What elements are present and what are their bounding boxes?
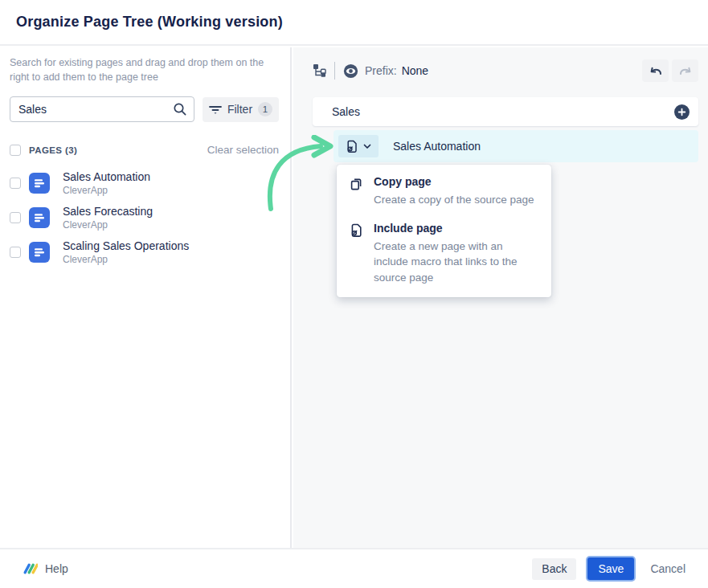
save-button[interactable]: Save — [587, 557, 634, 580]
tree-toolbar: Prefix: None — [313, 58, 698, 84]
include-page-icon — [346, 140, 358, 153]
pages-list-header: PAGES (3) Clear selection — [10, 144, 279, 156]
clear-selection-link[interactable]: Clear selection — [207, 144, 279, 156]
prefix-value[interactable]: None — [402, 64, 428, 77]
menu-item-title: Copy page — [374, 175, 534, 188]
copy-page-icon — [350, 175, 364, 208]
page-mode-dropdown-menu: Copy page Create a copy of the source pa… — [337, 165, 551, 297]
page-meta: Scaling Sales Operations CleverApp — [63, 239, 189, 265]
tree-root-row[interactable]: Sales — [313, 97, 698, 126]
menu-item-include-page[interactable]: Include page Create a new page with an i… — [350, 222, 538, 286]
page-meta: Sales Automation CleverApp — [63, 170, 150, 196]
menu-item-texts: Include page Create a new page with an i… — [374, 222, 538, 286]
undo-redo-group — [642, 59, 698, 82]
footer-actions: Back Save Cancel — [532, 557, 690, 580]
toolbar-divider — [334, 62, 335, 80]
list-item[interactable]: Sales Automation CleverApp — [10, 170, 279, 196]
tree-root-title: Sales — [332, 105, 360, 118]
redo-icon — [678, 65, 693, 76]
help-label: Help — [45, 562, 68, 575]
select-all-checkbox[interactable] — [10, 145, 21, 156]
list-item[interactable]: Scaling Sales Operations CleverApp — [10, 239, 279, 265]
dialog-footer: Help Back Save Cancel — [0, 548, 708, 588]
page-title-text: Sales Forecasting — [63, 205, 153, 218]
search-icon — [173, 102, 187, 116]
search-hint-text: Search for existing pages and drag and d… — [10, 55, 280, 84]
tree-child-title: Sales Automation — [393, 140, 481, 153]
page-checkbox[interactable] — [10, 178, 21, 189]
dialog-header: Organize Page Tree (Working version) — [0, 0, 708, 46]
search-input[interactable] — [18, 103, 173, 116]
prefix-label: Prefix: — [365, 64, 397, 77]
page-mode-dropdown-button[interactable] — [338, 135, 379, 157]
menu-item-title: Include page — [374, 222, 538, 235]
document-icon — [29, 173, 50, 194]
page-checkbox[interactable] — [10, 247, 21, 258]
organize-page-tree-dialog: Organize Page Tree (Working version) Sea… — [0, 0, 708, 588]
search-row: Filter 1 — [10, 96, 279, 122]
tree-panel: Prefix: None Sales — [293, 47, 708, 548]
prefix-visibility-icon[interactable] — [343, 63, 358, 79]
page-list: Sales Automation CleverApp Sales Forecas… — [10, 170, 279, 265]
pages-count-label: PAGES (3) — [29, 145, 77, 155]
page-checkbox[interactable] — [10, 212, 21, 223]
filter-icon — [209, 104, 222, 115]
filter-count-badge: 1 — [258, 102, 272, 116]
include-page-icon — [350, 222, 364, 286]
menu-item-texts: Copy page Create a copy of the source pa… — [374, 175, 534, 208]
page-app-text: CleverApp — [63, 254, 189, 265]
menu-item-copy-page[interactable]: Copy page Create a copy of the source pa… — [350, 175, 538, 208]
page-title-text: Sales Automation — [63, 170, 150, 183]
page-title-text: Scaling Sales Operations — [63, 239, 189, 252]
search-field-wrapper — [10, 96, 194, 122]
undo-icon — [649, 65, 663, 76]
menu-item-description: Create a new page with an include macro … — [374, 239, 538, 286]
page-app-text: CleverApp — [63, 185, 150, 196]
add-page-button[interactable] — [674, 104, 690, 120]
cancel-button[interactable]: Cancel — [645, 562, 690, 575]
tree-child-row[interactable]: Sales Automation — [334, 130, 698, 162]
page-title: Organize Page Tree (Working version) — [16, 14, 283, 31]
filter-label: Filter — [227, 103, 252, 116]
redo-button[interactable] — [672, 59, 698, 82]
menu-item-description: Create a copy of the source page — [374, 192, 534, 208]
page-meta: Sales Forecasting CleverApp — [63, 205, 153, 231]
list-item[interactable]: Sales Forecasting CleverApp — [10, 205, 279, 231]
app-logo-icon — [23, 561, 38, 576]
undo-button[interactable] — [642, 59, 669, 82]
document-icon — [29, 242, 50, 263]
back-button[interactable]: Back — [532, 558, 576, 580]
page-tree-icon[interactable] — [313, 63, 327, 78]
filter-button[interactable]: Filter 1 — [203, 97, 279, 122]
chevron-down-icon — [363, 144, 371, 149]
search-panel: Search for existing pages and drag and d… — [0, 47, 292, 548]
page-app-text: CleverApp — [63, 219, 153, 231]
help-link[interactable]: Help — [23, 561, 68, 576]
document-icon — [29, 207, 50, 228]
